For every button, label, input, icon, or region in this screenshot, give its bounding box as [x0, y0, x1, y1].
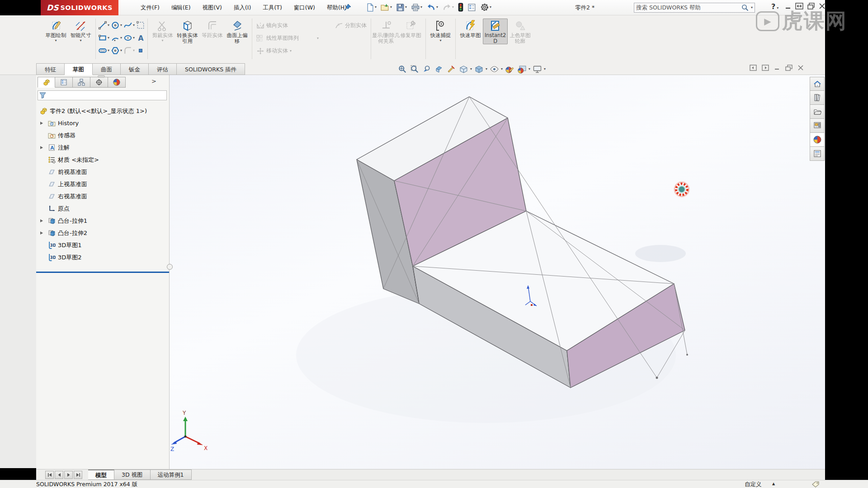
rapid-sketch-button[interactable]: 快速草图 [458, 19, 483, 38]
motion-study-tab[interactable]: 运动算例1 [151, 469, 192, 480]
menu-view[interactable]: 视图(V) [197, 0, 228, 15]
lasso-select-button[interactable] [136, 21, 145, 30]
ellipse-caret[interactable]: ▾ [133, 36, 135, 40]
convert-entities-button[interactable]: 转换实体引用 [175, 19, 200, 44]
menu-tools[interactable]: 工具(T) [257, 0, 288, 15]
restore-document-button[interactable] [785, 65, 793, 71]
new-document-button[interactable]: ▾ [364, 2, 378, 13]
panel-top-splitter[interactable] [98, 75, 105, 78]
tree-item-history[interactable]: ▶ History [36, 117, 169, 129]
tab-sketch[interactable]: 草图 [65, 63, 93, 75]
property-manager-tab[interactable] [55, 77, 73, 88]
smart-dimension-caret[interactable]: ▾ [80, 39, 81, 42]
point-tool-button[interactable] [136, 46, 145, 55]
zoom-to-fit-icon[interactable] [397, 64, 408, 74]
display-manager-tab[interactable] [108, 77, 126, 88]
spline-caret[interactable]: ▾ [133, 23, 135, 27]
tree-root-part[interactable]: 零件2 (默认<<默认>_显示状态 1>) [36, 105, 169, 117]
expander-icon[interactable]: ▶ [40, 231, 43, 235]
sketch-caret[interactable]: ▾ [55, 39, 57, 42]
next-tab-button[interactable] [64, 471, 73, 479]
tree-item-front-plane[interactable]: 前视基准面 [36, 166, 169, 178]
rollback-bar[interactable] [36, 272, 169, 273]
tree-item-3dsketch2[interactable]: 3D 3D草图2 [36, 251, 169, 263]
previous-view-icon[interactable] [421, 64, 432, 74]
view-settings-icon[interactable] [532, 64, 542, 74]
arc-tool-button[interactable]: ▾ [111, 33, 122, 42]
click-target-indicator[interactable] [675, 182, 689, 197]
search-icon[interactable] [741, 4, 749, 11]
save-caret[interactable]: ▾ [405, 5, 407, 9]
rectangle-tool-button[interactable]: ▾ [98, 33, 109, 42]
sketch-endpoint[interactable] [656, 377, 658, 379]
slot-tool-button[interactable]: ▾ [98, 46, 109, 55]
help-search-box[interactable]: ? 搜索 SOLIDWORKS 帮助 ▾ [634, 3, 755, 13]
new-document-caret[interactable]: ▾ [375, 5, 377, 9]
tree-item-top-plane[interactable]: 上视基准面 [36, 178, 169, 190]
3d-views-tab[interactable]: 3D 视图 [114, 469, 151, 480]
offset-on-surface-button[interactable]: 曲面上偏移 [225, 19, 250, 44]
options-gear-button[interactable]: ▾ [479, 2, 493, 13]
slot-caret[interactable]: ▾ [108, 49, 109, 52]
graphics-viewport[interactable]: Y X Z [170, 75, 825, 469]
menu-file[interactable]: 文件(F) [135, 0, 165, 15]
line-caret[interactable]: ▾ [108, 23, 109, 27]
tab-features[interactable]: 特征 [36, 63, 65, 75]
circle-tool-button[interactable]: ▾ [111, 21, 122, 30]
hide-show-caret[interactable]: ▾ [501, 67, 503, 71]
view-orientation-caret[interactable]: ▾ [470, 67, 472, 71]
last-tab-button[interactable] [74, 471, 82, 479]
rebuild-traffic-light-button[interactable] [457, 2, 465, 13]
tree-item-boss-extrude2[interactable]: ▶ 凸台-拉伸2 [36, 227, 169, 239]
pin-menubar-icon[interactable] [344, 3, 352, 11]
model-tab[interactable]: 模型 [88, 469, 114, 480]
panel-splitter-handle[interactable] [167, 264, 173, 270]
tab-surfaces[interactable]: 曲面 [93, 63, 121, 75]
rectangle-caret[interactable]: ▾ [108, 36, 109, 40]
tree-filter-box[interactable] [38, 90, 167, 100]
collapse-left-pane-button[interactable] [750, 65, 757, 71]
save-button[interactable]: ▾ [395, 2, 408, 13]
first-tab-button[interactable] [45, 471, 54, 479]
print-button[interactable]: ▾ [410, 2, 424, 13]
expander-icon[interactable]: ▶ [40, 145, 43, 150]
tree-item-boss-extrude1[interactable]: ▶ 凸台-拉伸1 [36, 215, 169, 227]
expander-icon[interactable]: ▶ [40, 121, 43, 126]
quick-snaps-button[interactable]: 快速捕捉 ▾ [428, 19, 453, 42]
section-view-icon[interactable] [434, 64, 444, 74]
menu-window[interactable]: 窗口(W) [288, 0, 321, 15]
file-explorer-button[interactable] [810, 105, 825, 119]
text-tool-button[interactable]: A [136, 33, 145, 42]
line-tool-button[interactable]: ▾ [98, 21, 109, 30]
appearances-scenes-button[interactable] [810, 133, 825, 147]
undo-caret[interactable]: ▾ [436, 5, 438, 9]
menu-edit[interactable]: 编辑(E) [165, 0, 197, 15]
tree-item-material[interactable]: 材质 <未指定> [36, 154, 169, 166]
instant2d-button[interactable]: Instant2D [483, 19, 508, 44]
arc-caret[interactable]: ▾ [120, 36, 122, 40]
panel-expand-chevron[interactable]: > [151, 78, 156, 84]
selected-point[interactable] [531, 304, 533, 306]
quick-snaps-caret[interactable]: ▾ [440, 39, 442, 42]
display-settings-button[interactable] [466, 2, 477, 13]
view-palette-button[interactable] [810, 119, 825, 133]
tab-sheet-metal[interactable]: 钣金 [121, 63, 149, 75]
apply-scene-caret[interactable]: ▾ [528, 67, 530, 71]
polygon-tool-button[interactable]: ▾ [111, 46, 122, 55]
menu-insert[interactable]: 插入(I) [228, 0, 257, 15]
smart-dimension-button[interactable]: 智能尺寸 ▾ [68, 19, 93, 42]
tree-item-origin[interactable]: 原点 [36, 202, 169, 215]
collapse-right-pane-button[interactable] [762, 65, 769, 71]
view-orientation-icon[interactable] [458, 64, 469, 74]
design-library-button[interactable] [810, 91, 825, 105]
tags-icon[interactable] [811, 481, 820, 488]
polygon-caret[interactable]: ▾ [120, 49, 122, 52]
tab-solidworks-addins[interactable]: SOLIDWORKS 插件 [177, 63, 245, 75]
close-document-button[interactable] [797, 65, 804, 71]
custom-properties-button[interactable] [810, 147, 825, 161]
home-tab-button[interactable] [810, 77, 825, 91]
zoom-to-area-icon[interactable] [409, 64, 420, 74]
spline-tool-button[interactable]: ▾ [123, 21, 135, 30]
options-caret[interactable]: ▾ [490, 5, 491, 9]
expander-icon[interactable]: ▶ [40, 219, 43, 223]
